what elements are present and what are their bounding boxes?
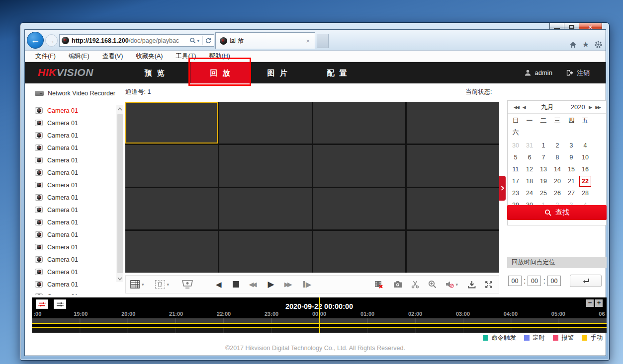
forward-button[interactable]: →	[45, 34, 58, 47]
camera-list-item[interactable]: Camera 01	[35, 179, 114, 191]
next-year-button[interactable]: ▶▶	[593, 105, 602, 110]
camera-list-item[interactable]: Camera 01	[35, 228, 114, 241]
scroll-up-icon[interactable]	[116, 105, 123, 112]
video-panel[interactable]	[219, 231, 312, 273]
calendar-day[interactable]: 8	[550, 151, 564, 163]
camera-list-item[interactable]: Camera 01	[35, 291, 114, 295]
nav-tab[interactable]: 配 置	[307, 62, 368, 83]
calendar-day[interactable]: 24	[523, 187, 536, 199]
camera-list-item[interactable]: Camera 01	[35, 241, 114, 253]
video-panel[interactable]	[219, 102, 312, 144]
fullscreen-button[interactable]	[485, 281, 493, 289]
calendar-day[interactable]: 22	[578, 175, 592, 187]
camera-list-item[interactable]: Camera 01	[35, 104, 114, 117]
video-panel[interactable]	[407, 231, 499, 273]
calendar-day[interactable]: 5	[509, 151, 523, 163]
stop-button[interactable]	[233, 281, 239, 288]
video-panel[interactable]	[125, 231, 218, 273]
reverse-play-button[interactable]: ◀	[216, 281, 222, 288]
calendar-day[interactable]: 1	[536, 140, 550, 151]
calendar-day[interactable]: 20	[550, 175, 564, 187]
camera-list-item[interactable]: Camera 01	[35, 191, 114, 204]
snapshot-button[interactable]	[393, 281, 402, 288]
calendar-day[interactable]: 18	[523, 175, 536, 187]
camera-list-item[interactable]: Camera 01	[35, 129, 114, 142]
calendar-day[interactable]: 17	[509, 175, 523, 187]
calendar-day[interactable]: 21	[564, 175, 578, 187]
video-panel[interactable]	[219, 188, 312, 230]
video-panel[interactable]	[313, 231, 406, 273]
camera-list-item[interactable]: Camera 01	[35, 216, 114, 228]
calendar-day[interactable]: 2	[550, 140, 564, 151]
calendar-day[interactable]: 3	[564, 140, 578, 151]
hour-input[interactable]	[508, 276, 522, 286]
layout-grid-button[interactable]: ▾	[130, 280, 145, 289]
stop-record-button[interactable]	[374, 281, 383, 289]
back-button[interactable]: ←	[27, 32, 44, 49]
camera-list-item[interactable]: Camera 01	[35, 154, 114, 166]
preview-monitor-button[interactable]	[182, 280, 193, 289]
favorites-star-icon[interactable]: ★	[582, 40, 589, 49]
video-panel[interactable]	[407, 188, 499, 230]
calendar-day[interactable]: 25	[536, 187, 550, 199]
camera-list-item[interactable]: Camera 01	[35, 253, 114, 266]
calendar-day[interactable]: 14	[550, 163, 564, 175]
playback-timeline[interactable]: − + 2020-09-22 00:00:00 :0019:0020:0021:…	[32, 297, 607, 333]
calendar-day[interactable]: 28	[578, 187, 592, 199]
browser-tab[interactable]: 回 放 ×	[215, 32, 315, 49]
video-panel[interactable]	[313, 188, 406, 230]
prev-month-button[interactable]: ◀	[521, 105, 527, 110]
menu-item[interactable]: 文件(F)	[29, 52, 62, 61]
scroll-down-icon[interactable]	[116, 275, 123, 282]
logout-button[interactable]: 注销	[565, 69, 590, 77]
calendar-day[interactable]: 16	[578, 163, 592, 175]
panel-collapse-button[interactable]	[499, 176, 506, 201]
menu-item[interactable]: 编辑(E)	[62, 52, 96, 61]
calendar-day[interactable]: 23	[509, 187, 523, 199]
address-bar[interactable]: http://192.168.1.200 /doc/page/playbac ▾	[59, 34, 214, 47]
nav-tab[interactable]: 图 片	[248, 62, 308, 83]
video-panel[interactable]	[125, 102, 218, 144]
tab-close-icon[interactable]: ×	[305, 37, 311, 45]
prev-year-button[interactable]: ◀◀	[512, 105, 521, 110]
camera-list-item[interactable]: Camera 01	[35, 117, 114, 129]
download-button[interactable]	[468, 281, 476, 289]
timeline-playhead[interactable]	[319, 297, 320, 333]
calendar-day[interactable]: 11	[509, 163, 523, 175]
minute-input[interactable]	[528, 276, 541, 286]
frame-step-button[interactable]: ▶	[303, 281, 312, 288]
address-dropdown-icon[interactable]: ▾	[197, 38, 199, 43]
video-panel[interactable]	[219, 145, 312, 187]
user-account[interactable]: admin	[524, 69, 552, 76]
nav-tab[interactable]: 预 览	[125, 62, 185, 83]
calendar-day[interactable]: 6	[523, 151, 536, 163]
calendar-day[interactable]: 13	[536, 163, 550, 175]
home-icon[interactable]	[569, 41, 577, 49]
calendar-day[interactable]: 12	[523, 163, 536, 175]
camera-list-item[interactable]: Camera 01	[35, 266, 114, 278]
settings-gear-icon[interactable]	[594, 40, 603, 49]
device-tree-root[interactable]: Network Video Recorder	[35, 90, 115, 97]
camera-list-item[interactable]: Camera 01	[35, 278, 114, 291]
scrollbar-thumb[interactable]	[117, 114, 123, 273]
second-input[interactable]	[547, 276, 561, 286]
audio-button[interactable]: ▾	[445, 281, 459, 288]
next-month-button[interactable]: ▶	[587, 105, 593, 110]
calendar-day[interactable]: 27	[564, 187, 578, 199]
camera-list-item[interactable]: Camera 01	[35, 142, 114, 154]
refresh-icon[interactable]	[205, 37, 212, 44]
calendar-day[interactable]: 15	[564, 163, 578, 175]
search-button[interactable]: 查找	[507, 205, 607, 220]
video-panel[interactable]	[125, 145, 218, 187]
menu-item[interactable]: 查看(V)	[96, 52, 130, 61]
video-panel[interactable]	[125, 188, 218, 230]
go-to-time-button[interactable]	[570, 275, 602, 287]
calendar-day[interactable]: 7	[536, 151, 550, 163]
calendar-day[interactable]: 10	[578, 151, 592, 163]
calendar-day[interactable]: 19	[536, 175, 550, 187]
stop-all-button[interactable]: ▾	[155, 280, 171, 289]
search-icon[interactable]	[189, 37, 196, 44]
video-panel[interactable]	[313, 102, 406, 144]
calendar-day[interactable]: 31	[523, 140, 536, 151]
camera-list-item[interactable]: Camera 01	[35, 204, 114, 216]
